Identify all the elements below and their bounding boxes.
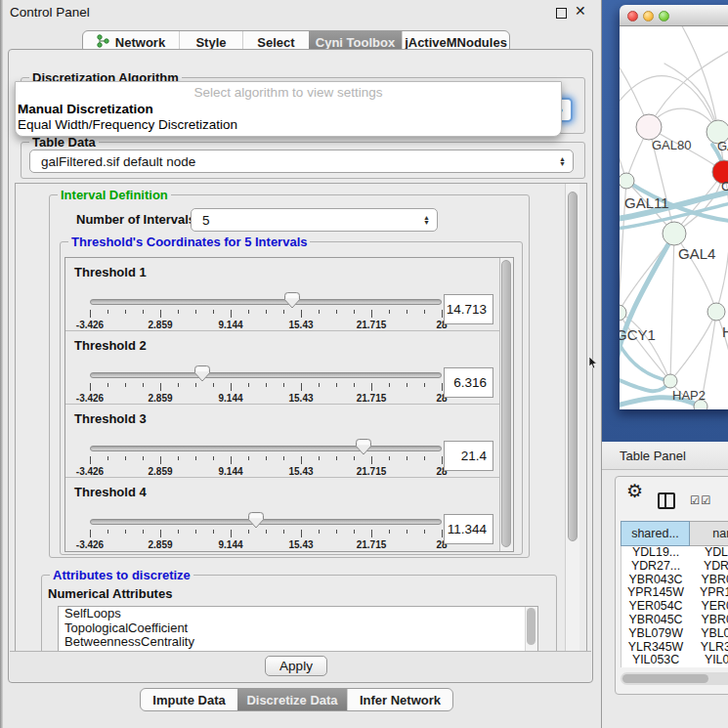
number-of-intervals-combobox[interactable]: 5 ▲▼ — [191, 208, 438, 232]
threshold-label: Threshold 1 — [74, 265, 147, 279]
table-cell[interactable]: YIL053C — [690, 654, 728, 667]
network-canvas[interactable]: GAL80GACGAL11GAL4GCY1HHAP2 — [620, 26, 728, 409]
table-panel-header: Table Panel — [602, 442, 728, 470]
node-label: GA — [717, 139, 728, 153]
close-icon[interactable]: ✕ — [575, 3, 586, 19]
table-cell[interactable]: YBR043C — [621, 574, 690, 587]
tab-label: Network — [115, 35, 165, 50]
network-edge[interactable] — [670, 234, 674, 381]
interval-definition-group: Interval Definition Number of Intervals … — [49, 194, 530, 558]
table-row[interactable]: YDL19...YDL19... — [621, 546, 728, 560]
table-row[interactable]: YPR145WYPR145W — [621, 586, 728, 600]
attribute-item[interactable]: SelfLoops — [59, 607, 537, 621]
slider-thumb[interactable] — [248, 512, 264, 529]
dropdown-placeholder-item[interactable]: Select algorithm to view settings — [16, 85, 561, 100]
dropdown-item-equal-width-frequency[interactable]: Equal Width/Frequency Discretization — [18, 117, 237, 132]
apply-button[interactable]: Apply — [265, 656, 327, 676]
table-cell[interactable]: YDR27... — [621, 560, 690, 574]
tab-discretize-data[interactable]: Discretize Data — [237, 689, 347, 710]
dropdown-item-manual-discretization[interactable]: Manual Discretization — [18, 102, 153, 116]
table-row[interactable]: YBR045CYBR045C — [621, 614, 728, 627]
network-edge[interactable] — [620, 112, 626, 181]
network-edge-highlighted[interactable] — [620, 339, 670, 381]
threshold-value-field[interactable]: 11.344 — [444, 514, 493, 544]
thresholds-scrollbar[interactable] — [499, 258, 513, 551]
threshold-value-field[interactable]: 6.316 — [444, 367, 493, 398]
table-cell[interactable]: YBR045C — [690, 614, 728, 627]
network-view-window[interactable]: GAL80GACGAL11GAL4GCY1HHAP2 — [620, 5, 728, 409]
threshold-slider[interactable]: -3.4262.8599.14415.4321.71528 — [90, 293, 442, 330]
node-label: GAL80 — [652, 138, 691, 152]
table-row[interactable]: YIL053CYIL053C — [621, 654, 728, 667]
table-cell[interactable]: YBR045C — [621, 614, 690, 627]
network-node[interactable] — [707, 303, 725, 321]
table-horizontal-scrollbar[interactable] — [621, 672, 728, 685]
threshold-slider[interactable]: -3.4262.8599.14415.4321.71528 — [90, 366, 442, 404]
table-cell[interactable]: YBL079W — [690, 627, 728, 641]
threshold-value-field[interactable]: 21.4 — [444, 441, 493, 471]
table-row[interactable]: YBR043CYBR043C — [621, 574, 728, 587]
slider-tick-labels: -3.4262.8599.14415.4321.71528 — [90, 539, 442, 551]
numerical-attributes-list[interactable]: SelfLoopsTopologicalCoefficientBetweenne… — [58, 606, 538, 653]
network-edge[interactable] — [680, 26, 718, 132]
table-cell[interactable]: YLR345W — [621, 641, 690, 655]
columns-icon[interactable] — [658, 492, 675, 509]
network-node[interactable] — [620, 173, 634, 189]
table-cell[interactable]: YBR043C — [690, 574, 728, 587]
network-graph[interactable]: GAL80GACGAL11GAL4GCY1HHAP2 — [620, 26, 728, 409]
number-of-intervals-label: Number of Intervals — [76, 212, 195, 227]
column-header-shared-name[interactable]: shared... — [621, 521, 690, 546]
table-cell[interactable]: YIL053C — [621, 654, 690, 667]
table-cell[interactable]: YPR145W — [621, 586, 690, 600]
table-cell[interactable]: YLR345W — [690, 641, 728, 655]
table-row[interactable]: YLR345WYLR345W — [621, 641, 728, 655]
table-row[interactable]: YDR27...YDR27... — [621, 560, 728, 574]
threshold-slider[interactable]: -3.4262.8599.14415.4321.71528 — [90, 440, 442, 477]
network-edge[interactable] — [620, 76, 718, 132]
node-label: HAP2 — [672, 388, 706, 403]
slider-thumb[interactable] — [356, 439, 371, 455]
attribute-item[interactable]: TopologicalCoefficient — [59, 621, 537, 636]
slider-track[interactable] — [90, 519, 442, 525]
gear-icon[interactable]: ⚙ — [626, 480, 643, 501]
slider-track[interactable] — [90, 446, 442, 451]
table-cell[interactable]: YBL079W — [621, 627, 690, 641]
close-traffic-light-icon[interactable] — [627, 11, 638, 21]
zoom-traffic-light-icon[interactable] — [659, 11, 669, 21]
table-data-combobox[interactable]: galFiltered.sif default node ▲▼ — [29, 150, 574, 173]
node-table: shared... name YDL19...YDL19...YDR27...Y… — [621, 521, 728, 667]
network-window-titlebar[interactable] — [620, 5, 728, 26]
table-cell[interactable]: YDL19... — [690, 546, 728, 560]
table-cell[interactable]: YDR27... — [690, 560, 728, 574]
tab-impute-data[interactable]: Impute Data — [141, 689, 237, 710]
group-title: Threshold's Coordinates for 5 Intervals — [68, 235, 310, 249]
threshold-slider[interactable]: -3.4262.8599.14415.4321.71528 — [90, 513, 442, 550]
threshold-label: Threshold 3 — [74, 411, 147, 426]
group-title: Table Data — [29, 135, 99, 150]
threshold-row: Threshold 4 -3.4262.8599.14415.4321.7152… — [65, 478, 499, 551]
table-row[interactable]: YER054CYER054C — [621, 600, 728, 614]
tab-infer-network[interactable]: Infer Network — [347, 689, 452, 710]
attribute-item[interactable]: BetweennessCentrality — [59, 635, 537, 650]
slider-thumb[interactable] — [284, 292, 300, 309]
network-node[interactable] — [620, 305, 626, 321]
network-node[interactable] — [636, 114, 662, 140]
settings-vertical-scrollbar[interactable] — [565, 184, 579, 652]
table-cell[interactable]: YER054C — [690, 600, 728, 614]
minimize-traffic-light-icon[interactable] — [643, 11, 654, 21]
select-columns-checkboxes-icon[interactable]: ☑☑ — [690, 493, 712, 507]
slider-track[interactable] — [90, 372, 442, 378]
slider-track[interactable] — [90, 299, 442, 305]
network-node[interactable] — [664, 374, 677, 388]
table-cell[interactable]: YER054C — [621, 600, 690, 614]
table-row[interactable]: YBL079WYBL079W — [621, 627, 728, 641]
slider-thumb[interactable] — [194, 365, 210, 382]
column-header-name[interactable]: name — [690, 521, 728, 546]
attributes-scrollbar[interactable] — [525, 607, 537, 653]
float-window-icon[interactable] — [556, 8, 567, 19]
table-cell[interactable]: YPR145W — [690, 586, 728, 600]
table-cell[interactable]: YDL19... — [621, 546, 690, 560]
network-edge[interactable] — [670, 312, 716, 381]
threshold-value-field[interactable]: 14.713 — [444, 294, 493, 324]
network-node[interactable] — [663, 222, 686, 245]
